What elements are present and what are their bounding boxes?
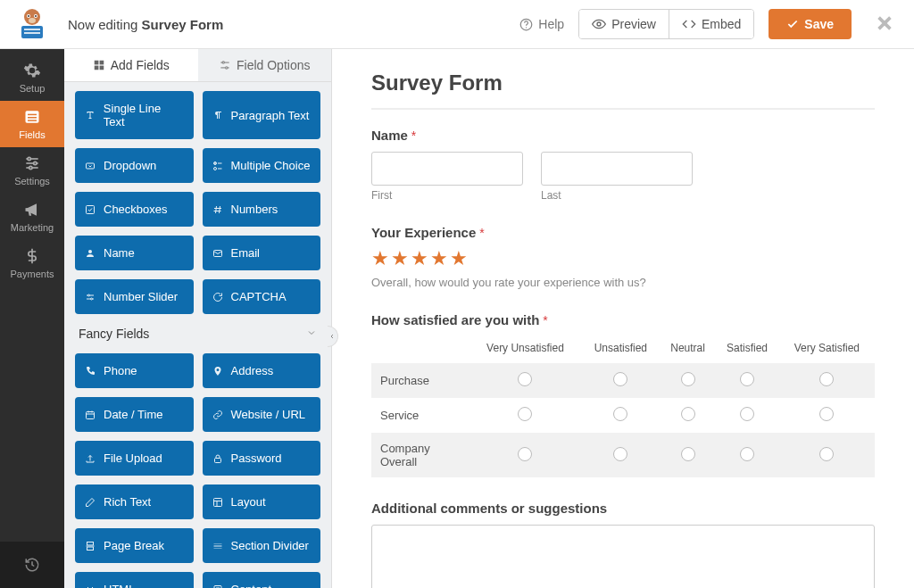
field-layout[interactable]: Layout	[203, 484, 321, 519]
field-rich-text[interactable]: Rich Text	[75, 484, 194, 519]
tab-add-fields[interactable]: Add Fields	[64, 49, 198, 81]
close-button[interactable]	[875, 13, 894, 36]
dollar-icon	[23, 247, 41, 265]
comments-field[interactable]: Additional comments or suggestions	[371, 501, 875, 588]
experience-field[interactable]: Your Experience * ★★★★★ Overall, how wou…	[371, 225, 875, 289]
history-icon	[24, 557, 40, 573]
field-single-line-text[interactable]: Single Line Text	[75, 91, 194, 139]
preview-label: Preview	[611, 17, 656, 31]
field-address[interactable]: Address	[203, 353, 321, 388]
topbar: Now editing Survey Form Help Preview Emb…	[0, 0, 914, 49]
likert-radio[interactable]	[518, 447, 532, 461]
likert-col-header: Very Unsatisfied	[469, 336, 581, 363]
likert-radio[interactable]	[613, 372, 627, 386]
field-label: Checkboxes	[104, 203, 168, 216]
likert-row-label: Company Overall	[371, 433, 469, 477]
likert-radio[interactable]	[613, 407, 627, 421]
form-icon	[23, 108, 41, 126]
svg-point-4	[35, 15, 37, 17]
svg-point-22	[34, 161, 37, 164]
field-section-divider[interactable]: Section Divider	[203, 528, 321, 563]
panel-scroll[interactable]: Single Line TextParagraph TextDropdownMu…	[64, 82, 331, 588]
rail-fields[interactable]: Fields	[0, 101, 64, 147]
likert-radio[interactable]	[819, 372, 834, 386]
editing-label: Now editing Survey Form	[68, 17, 223, 32]
last-name-input[interactable]	[541, 152, 693, 186]
comments-textarea[interactable]	[371, 525, 875, 588]
likert-radio[interactable]	[740, 372, 754, 386]
svg-point-36	[214, 162, 215, 163]
likert-radio[interactable]	[819, 447, 834, 461]
field-website-url[interactable]: Website / URL	[203, 397, 321, 432]
field-paragraph-text[interactable]: Paragraph Text	[203, 91, 321, 139]
rail-setup[interactable]: Setup	[0, 54, 64, 101]
rail-fields-label: Fields	[19, 129, 45, 140]
svg-rect-8	[24, 32, 40, 34]
field-label: Number Slider	[104, 290, 178, 303]
svg-rect-33	[87, 163, 95, 169]
field-label: Phone	[104, 364, 137, 377]
field-numbers[interactable]: Numbers	[203, 192, 321, 227]
field-number-slider[interactable]: Number Slider	[75, 279, 194, 314]
form-canvas[interactable]: Survey Form Name * First Last You	[332, 49, 914, 588]
field-content[interactable]: Content	[203, 572, 321, 588]
likert-radio[interactable]	[518, 407, 532, 421]
likert-col-header: Neutral	[661, 336, 716, 363]
preview-button[interactable]: Preview	[579, 10, 669, 38]
tab-field-options[interactable]: Field Options	[198, 49, 332, 81]
likert-radio[interactable]	[681, 372, 695, 386]
rail-payments[interactable]: Payments	[0, 240, 64, 286]
captcha-icon	[212, 292, 224, 302]
field-multiple-choice[interactable]: Multiple Choice	[203, 148, 321, 183]
field-page-break[interactable]: Page Break	[75, 528, 194, 563]
svg-rect-55	[214, 458, 220, 462]
likert-radio[interactable]	[740, 407, 754, 421]
preview-embed-group: Preview Embed	[578, 9, 754, 39]
paragraph-icon	[212, 110, 224, 120]
field-name[interactable]: Name	[75, 236, 194, 270]
likert-col-header: Satisfied	[715, 336, 778, 363]
likert-radio[interactable]	[819, 407, 834, 421]
fancy-fields-header[interactable]: Fancy Fields	[75, 314, 320, 344]
field-html[interactable]: HTML	[75, 572, 194, 588]
rail-settings[interactable]: Settings	[0, 147, 64, 194]
save-button[interactable]: Save	[769, 9, 852, 39]
field-label: Single Line Text	[104, 102, 185, 128]
field-captcha[interactable]: CAPTCHA	[203, 279, 321, 314]
svg-point-3	[28, 15, 29, 17]
svg-rect-17	[28, 120, 37, 121]
likert-radio[interactable]	[740, 447, 754, 461]
likert-radio[interactable]	[681, 407, 695, 421]
save-label: Save	[804, 17, 834, 31]
field-checkboxes[interactable]: Checkboxes	[75, 192, 194, 227]
field-label: CAPTCHA	[231, 290, 287, 303]
checkboxes-icon	[84, 204, 96, 215]
svg-point-11	[597, 22, 601, 26]
rail-marketing[interactable]: Marketing	[0, 194, 64, 240]
likert-row-label: Purchase	[371, 363, 469, 398]
rating-stars[interactable]: ★★★★★	[371, 247, 875, 270]
likert-radio[interactable]	[518, 372, 532, 386]
likert-radio[interactable]	[613, 447, 627, 461]
field-phone[interactable]: Phone	[75, 353, 194, 388]
field-label: Email	[231, 246, 261, 260]
satisfaction-field[interactable]: How satisfied are you with * Very Unsati…	[371, 312, 875, 477]
field-email[interactable]: Email	[203, 236, 321, 270]
svg-rect-26	[99, 61, 104, 65]
field-dropdown[interactable]: Dropdown	[75, 148, 194, 183]
phone-icon	[84, 366, 96, 377]
likert-table: Very UnsatisfiedUnsatisfiedNeutralSatisf…	[371, 336, 875, 477]
help-link[interactable]: Help	[519, 17, 564, 31]
field-date-time[interactable]: Date / Time	[75, 397, 194, 432]
field-password[interactable]: Password	[203, 441, 321, 476]
rail-history[interactable]	[0, 542, 64, 588]
likert-radio[interactable]	[681, 447, 695, 461]
embed-button[interactable]: Embed	[669, 10, 753, 38]
field-file-upload[interactable]: File Upload	[75, 441, 194, 476]
comments-label: Additional comments or suggestions	[371, 501, 607, 516]
svg-point-49	[91, 298, 93, 300]
first-name-input[interactable]	[371, 152, 523, 186]
rail-setup-label: Setup	[20, 83, 46, 94]
svg-point-32	[226, 67, 228, 69]
name-field[interactable]: Name * First Last	[371, 128, 875, 202]
